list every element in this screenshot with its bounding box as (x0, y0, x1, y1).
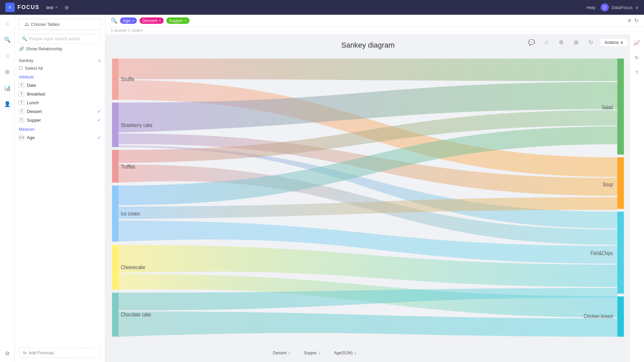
measure-label: Measure (15, 124, 105, 133)
sidebar-icon-person[interactable]: 👤 (3, 99, 12, 109)
age-check-icon: ✓ (97, 135, 101, 140)
sidebar-icon-chart[interactable]: 📊 (3, 83, 12, 93)
field-type-icon-supper: T (19, 117, 24, 123)
field-item-dessert[interactable]: T Dessert ✓ (15, 107, 105, 116)
field-search-box[interactable]: 🔍 Please input search words (19, 34, 101, 44)
chart-area: 💬 ☆ ⚙ ⊞ ↻ Actions ∨ Sankey diagram (105, 34, 644, 362)
actions-chevron-icon: ∨ (620, 40, 624, 45)
axis-age-sum[interactable]: Age(SUM) ∨ (334, 351, 357, 355)
label-souffle: Souffle (121, 76, 134, 82)
select-all-row[interactable]: ☐ Select All (15, 64, 105, 72)
label-soup: Soup (603, 181, 613, 187)
label-fish-chips: Fish&Chips (590, 250, 613, 256)
user-name: DataFocus (611, 5, 633, 10)
toolbar-settings-icon[interactable]: ⚙ (556, 37, 567, 48)
top-nav: F FOCUS test × ⊕ Help D DataFocus ∨ (0, 0, 644, 15)
node-truffles[interactable] (112, 150, 119, 183)
filter-tag-age[interactable]: Age × (120, 17, 137, 24)
filter-tag-dessert[interactable]: Dessert × (140, 17, 164, 24)
section-title: Sankey (19, 58, 33, 63)
side-help-icon[interactable]: ? (632, 68, 642, 77)
sankey-svg: Souffle Strawberry cake Truffles Ice cre… (112, 58, 624, 339)
axis-supper[interactable]: Supper ∨ (304, 351, 321, 355)
label-truffles: Truffles (121, 163, 135, 170)
node-ice-cream[interactable] (112, 185, 119, 242)
label-ice-cream: Ice cream (121, 210, 140, 217)
search-icon-btn[interactable]: 🔍 (111, 17, 117, 24)
toolbar-comment-icon[interactable]: 💬 (526, 37, 537, 48)
choose-tables-button[interactable]: 🗂 Choose Tables (19, 19, 101, 30)
sankey-container: Sankey diagram (105, 34, 644, 362)
node-souffle[interactable] (112, 59, 119, 100)
tab-test[interactable]: test × (44, 4, 60, 11)
logo-icon: F (5, 3, 15, 12)
result-info: 1 answer 1 nodes (105, 27, 644, 34)
bottom-axis-labels: Dessert ∨ Supper ∨ Age(SUM) ∨ (105, 351, 629, 355)
toolbar-table-icon[interactable]: ⊞ (571, 37, 581, 48)
field-item-lunch[interactable]: T Lunch (15, 98, 105, 107)
tab-add-button[interactable]: ⊕ (64, 4, 69, 11)
sidebar-icon-star[interactable]: ☆ (3, 51, 12, 60)
sidebar-icon-search[interactable]: 🔍 (3, 35, 12, 44)
age-chevron-icon: ∨ (354, 351, 357, 355)
user-area[interactable]: D DataFocus ∨ (601, 3, 639, 11)
field-type-icon-breakfast: T (19, 91, 24, 97)
left-panel: 🗂 Choose Tables 🔍 Please input search wo… (15, 15, 105, 362)
refresh-button[interactable]: ↻ (634, 17, 639, 24)
chart-toolbar: 💬 ☆ ⚙ ⊞ ↻ Actions ∨ (526, 37, 628, 48)
label-salad: Salad (602, 104, 613, 110)
actions-button[interactable]: Actions ∨ (600, 38, 628, 47)
field-item-age[interactable]: 123 Age ✓ (15, 133, 105, 142)
sidebar-icon-home[interactable]: ⌂ (3, 19, 12, 28)
dessert-chevron-icon: ∨ (288, 351, 290, 355)
side-chart-line-icon[interactable]: 📈 (632, 38, 642, 48)
remove-supper-tag[interactable]: × (184, 18, 187, 23)
select-all-checkbox[interactable]: ☐ (19, 66, 23, 71)
node-strawberry-cake[interactable] (112, 103, 119, 147)
node-fish-chips[interactable] (617, 212, 624, 294)
dessert-check-icon: ✓ (97, 109, 101, 114)
toolbar-refresh-icon[interactable]: ↻ (585, 37, 596, 48)
flow-souffle-salad (119, 59, 618, 81)
clear-search-button[interactable]: ✕ (627, 17, 632, 24)
label-chocolate-cake: Chocolate cake (121, 311, 151, 318)
sidebar-icon-grid[interactable]: ⊞ (3, 67, 12, 76)
right-content: 🔍 Age × Dessert × Supper × ✕ ↻ 1 answer … (105, 15, 644, 362)
main-layout: ⌂ 🔍 ☆ ⊞ 📊 👤 ⚙ 🗂 Choose Tables 🔍 Please i… (0, 15, 644, 362)
toolbar-star-icon[interactable]: ☆ (541, 37, 552, 48)
section-collapse-icon[interactable]: ∧ (98, 58, 101, 63)
tab-close-icon[interactable]: × (55, 5, 58, 10)
supper-chevron-icon: ∨ (318, 351, 321, 355)
filter-tag-supper[interactable]: Supper × (166, 17, 190, 24)
field-type-icon-dessert: T (19, 109, 24, 114)
node-cheesecake[interactable] (112, 245, 119, 290)
supper-check-icon: ✓ (97, 118, 101, 123)
remove-dessert-tag[interactable]: × (159, 18, 161, 23)
help-link[interactable]: Help (586, 5, 595, 10)
field-item-date[interactable]: T Date (15, 81, 105, 89)
nav-right: Help D DataFocus ∨ (586, 3, 639, 11)
app-logo-text: FOCUS (17, 4, 40, 10)
axis-dessert[interactable]: Dessert ∨ (273, 351, 290, 355)
field-item-breakfast[interactable]: T Breakfast (15, 89, 105, 98)
node-soup[interactable] (617, 157, 624, 209)
node-salad[interactable] (617, 59, 624, 155)
label-strawberry-cake: Strawberry cake (121, 122, 152, 128)
node-chicken-breast[interactable] (617, 296, 624, 337)
attribute-label: Attribute (15, 72, 105, 81)
label-cheesecake: Cheesecake (121, 264, 145, 270)
field-item-supper[interactable]: T Supper ✓ (15, 116, 105, 124)
show-relationship-toggle[interactable]: 🔗 Show Relationship (19, 46, 101, 51)
user-chevron-icon: ∨ (635, 5, 639, 10)
side-refresh-icon[interactable]: ↻ (632, 53, 642, 62)
icon-sidebar: ⌂ 🔍 ☆ ⊞ 📊 👤 ⚙ (0, 15, 15, 362)
search-icon: 🔍 (22, 36, 27, 41)
logo-area: F FOCUS (5, 3, 40, 12)
search-bar: 🔍 Age × Dessert × Supper × ✕ ↻ (105, 15, 644, 27)
remove-age-tag[interactable]: × (132, 18, 134, 23)
table-icon: 🗂 (24, 22, 29, 27)
node-chocolate-cake[interactable] (112, 293, 119, 337)
field-type-icon-lunch: T (19, 100, 24, 105)
field-type-icon-age: 123 (19, 135, 24, 140)
sankey-section-header: Sankey ∧ (15, 55, 105, 64)
